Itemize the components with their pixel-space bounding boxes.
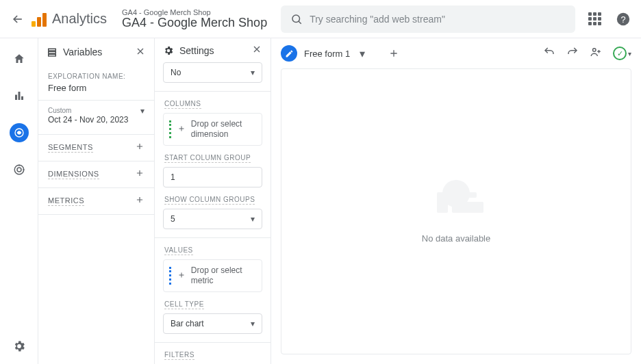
nav-admin[interactable] xyxy=(0,339,38,353)
svg-rect-9 xyxy=(49,49,56,51)
back-button[interactable] xyxy=(11,11,25,27)
show-column-groups-value: 5 xyxy=(171,214,175,224)
variables-icon xyxy=(47,47,58,57)
svg-rect-10 xyxy=(49,51,56,53)
canvas-body: No data available xyxy=(281,68,631,354)
gear-icon xyxy=(12,339,26,353)
add-tab-button[interactable] xyxy=(384,44,403,63)
apps-icon xyxy=(588,12,601,25)
canvas-toolbar: ✓ ▾ xyxy=(543,46,631,61)
cell-type-value: Bar chart xyxy=(171,319,204,328)
chevron-down-icon: ▾ xyxy=(140,106,144,116)
start-column-input[interactable]: 1 xyxy=(163,167,262,187)
svg-rect-11 xyxy=(49,54,56,56)
drag-handle-icon xyxy=(169,267,172,285)
drag-handle-icon xyxy=(169,120,172,138)
dimensions-row: DIMENSIONS xyxy=(38,161,154,188)
share-button[interactable] xyxy=(590,46,602,61)
tab-bar: Free form 1 ▾ ✓ ▾ xyxy=(271,38,641,68)
header-actions: ? xyxy=(586,9,641,29)
arrow-left-icon xyxy=(11,12,25,26)
segments-label: SEGMENTS xyxy=(48,143,93,153)
property-name: GA4 - Google Merch Shop xyxy=(122,16,267,30)
redo-button[interactable] xyxy=(566,46,579,61)
analytics-logo-icon xyxy=(32,12,47,27)
check-circle-icon: ✓ xyxy=(613,47,627,60)
date-range-selector[interactable]: Custom Oct 24 - Nov 20, 2023 ▾ xyxy=(38,101,154,135)
settings-top-select[interactable]: No ▾ xyxy=(163,62,262,83)
redo-icon xyxy=(566,46,579,58)
empty-state-illustration xyxy=(427,180,485,224)
nav-reports[interactable] xyxy=(10,86,29,105)
property-account: GA4 - Google Merch Shop xyxy=(122,8,267,16)
values-drop-zone[interactable]: Drop or select metric xyxy=(163,259,262,292)
metrics-label: METRICS xyxy=(48,196,84,206)
home-icon xyxy=(13,53,25,65)
plus-icon xyxy=(177,123,186,135)
svg-rect-3 xyxy=(15,95,17,101)
tab-menu-button[interactable]: ▾ xyxy=(360,47,365,60)
left-nav xyxy=(0,38,38,364)
values-drop-text: Drop or select metric xyxy=(191,265,256,286)
dimensions-add-button[interactable] xyxy=(135,168,144,181)
date-range-value: Oct 24 - Nov 20, 2023 xyxy=(48,115,128,126)
columns-label: COLUMNS xyxy=(164,100,201,109)
variables-panel: Variables EXPLORATION NAME: Free form Cu… xyxy=(38,38,155,364)
property-selector[interactable]: GA4 - Google Merch Shop GA4 - Google Mer… xyxy=(122,8,267,30)
tab-name[interactable]: Free form 1 xyxy=(304,49,350,59)
variables-close-button[interactable] xyxy=(135,46,146,59)
undo-icon xyxy=(543,46,555,58)
segments-add-button[interactable] xyxy=(135,142,144,154)
svg-point-12 xyxy=(593,49,596,52)
search-box[interactable]: Try searching "add web stream" xyxy=(281,5,575,33)
nav-explore[interactable] xyxy=(10,123,29,142)
bar-chart-icon xyxy=(13,90,25,102)
start-column-label: START COLUMN GROUP xyxy=(164,154,251,163)
date-custom-label: Custom xyxy=(48,106,128,115)
analytics-logo: Analytics xyxy=(32,11,107,27)
exploration-name-label: EXPLORATION NAME: xyxy=(48,73,144,80)
explore-icon xyxy=(14,127,25,138)
columns-drop-text: Drop or select dimension xyxy=(191,119,256,140)
settings-close-button[interactable] xyxy=(251,44,262,57)
undo-button[interactable] xyxy=(543,46,555,61)
chevron-down-icon: ▾ xyxy=(251,319,255,328)
columns-drop-zone[interactable]: Drop or select dimension xyxy=(163,113,262,146)
show-column-groups-label: SHOW COLUMN GROUPS xyxy=(164,196,255,205)
chevron-down-icon: ▾ xyxy=(251,214,255,224)
filters-label: FILTERS xyxy=(164,351,194,360)
metrics-row: METRICS xyxy=(38,188,154,215)
close-icon xyxy=(251,44,262,55)
nav-advertising[interactable] xyxy=(10,160,29,179)
settings-header: Settings xyxy=(155,38,271,62)
svg-point-7 xyxy=(14,165,24,174)
target-icon xyxy=(13,164,25,176)
exploration-name-block[interactable]: EXPLORATION NAME: Free form xyxy=(38,66,154,101)
tab-type-button[interactable] xyxy=(281,45,297,62)
plus-icon xyxy=(135,195,144,205)
chevron-down-icon: ▾ xyxy=(628,50,631,57)
values-label: VALUES xyxy=(164,246,193,255)
apps-button[interactable] xyxy=(586,11,603,27)
svg-rect-4 xyxy=(18,92,20,100)
status-indicator[interactable]: ✓ ▾ xyxy=(613,47,631,60)
search-icon xyxy=(290,13,303,25)
metrics-add-button[interactable] xyxy=(135,195,144,207)
nav-home[interactable] xyxy=(10,49,29,68)
pencil-icon xyxy=(285,49,294,58)
show-column-groups-select[interactable]: 5 ▾ xyxy=(163,209,262,229)
variables-header: Variables xyxy=(38,38,154,66)
product-name: Analytics xyxy=(52,11,107,27)
svg-text:?: ? xyxy=(621,14,626,24)
gear-icon xyxy=(163,45,174,56)
settings-title: Settings xyxy=(179,45,214,56)
search-placeholder: Try searching "add web stream" xyxy=(310,14,445,25)
cell-type-select[interactable]: Bar chart ▾ xyxy=(163,313,262,334)
plus-icon xyxy=(177,270,186,282)
exploration-name-value: Free form xyxy=(48,83,144,93)
svg-point-8 xyxy=(17,168,21,172)
help-button[interactable]: ? xyxy=(615,11,631,27)
dimensions-label: DIMENSIONS xyxy=(48,170,99,179)
plus-icon xyxy=(135,142,144,151)
app-header: Analytics GA4 - Google Merch Shop GA4 - … xyxy=(0,0,641,38)
